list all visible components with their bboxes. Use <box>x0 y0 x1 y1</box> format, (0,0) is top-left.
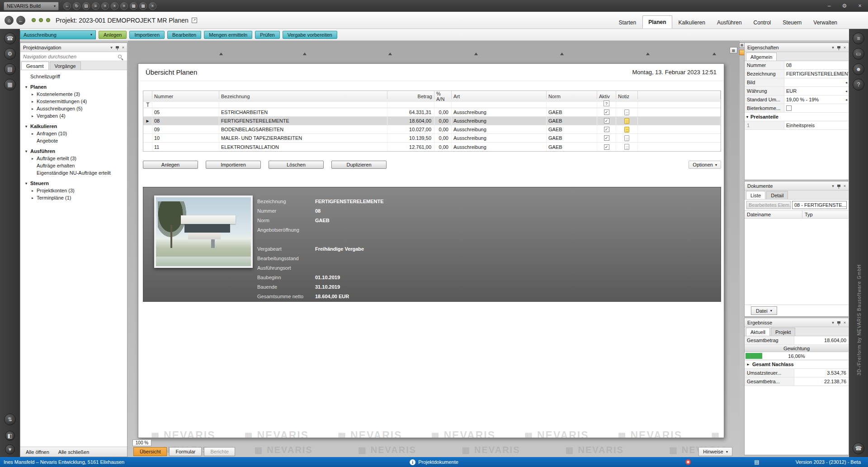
filter-bezeichnung[interactable] <box>219 99 387 108</box>
support-icon[interactable]: ☎ <box>4 33 16 44</box>
bieterkommentar-checkbox[interactable] <box>786 105 792 111</box>
tab-control[interactable]: Control <box>748 16 777 29</box>
ribbon-vergabe-vorbereiten-button[interactable]: Vergabe vorbereiten <box>283 31 337 39</box>
prop-value[interactable]: 19,00 % - 19%◂ <box>784 97 849 102</box>
filter-notiz[interactable] <box>616 99 638 108</box>
pin-icon[interactable] <box>116 46 119 48</box>
table-row[interactable]: 10 MALER- UND TAPEZIERARBEITEN 10.139,50… <box>143 134 721 143</box>
close-icon[interactable]: × <box>844 184 846 188</box>
pin-icon[interactable] <box>837 46 840 48</box>
tab-steuern[interactable]: Steuern <box>777 16 807 29</box>
menu-icon[interactable]: ≡ <box>853 33 864 44</box>
bearbeitetes-element-button[interactable]: Bearbeitetes Elem... <box>746 201 791 209</box>
apps-icon[interactable]: ▦ <box>4 79 16 91</box>
optionen-dropdown[interactable]: Optionen ▾ <box>689 161 721 169</box>
sync-icon[interactable]: ⇅ <box>4 414 16 425</box>
table-row-selected[interactable]: ▶ 08 FERTIGFENSTERELEMENTE 18.604,00 0,0… <box>143 117 721 125</box>
tab-liste[interactable]: Liste <box>746 191 765 199</box>
expand-icon[interactable]: ▸ <box>30 132 35 136</box>
tree-item-anfragen[interactable]: ▸Anfragen (10) <box>20 130 127 137</box>
panel-toggle-icon[interactable]: ◧ <box>5 431 15 441</box>
dokumente-list[interactable] <box>745 219 849 305</box>
collapse-icon[interactable]: ▾ <box>24 85 28 89</box>
filter-icon[interactable] <box>143 99 152 108</box>
collapse-icon[interactable]: ▾ <box>24 181 28 186</box>
ribbon-pruefen-button[interactable]: Prüfen <box>255 31 279 39</box>
user-icon[interactable]: ☻ <box>853 63 864 75</box>
tree-item-auftraege-erteilt[interactable]: ▸Aufträge erteilt (3) <box>20 155 127 162</box>
aktiv-checkbox[interactable]: ✓ <box>604 118 609 124</box>
tab-allgemein[interactable]: Allgemein <box>746 52 777 61</box>
tree-item-kostenermittlungen[interactable]: ▸Kostenermittlungen (4) <box>20 98 127 105</box>
tree-item-kalkulieren[interactable]: ▾Kalkulieren <box>20 123 127 130</box>
collapse-icon[interactable]: ▾ <box>5 444 15 454</box>
external-link-icon[interactable]: ↗ <box>192 18 197 23</box>
tab-kalkulieren[interactable]: Kalkulieren <box>673 16 711 29</box>
home-icon[interactable]: ⌂ <box>5 16 14 25</box>
edited-element-value[interactable]: 08 - FERTIGFENSTE... <box>792 201 847 209</box>
duplizieren-button[interactable]: Duplizieren <box>331 161 387 169</box>
note-icon[interactable] <box>624 127 629 133</box>
tree-item-schnellzugriff[interactable]: Schnellzugriff <box>20 73 127 80</box>
tree-item-kostenelemente[interactable]: ▸Kostenelemente (3) <box>20 91 127 98</box>
settings-icon[interactable]: ⚙ <box>4 48 16 60</box>
note-icon[interactable] <box>624 144 629 150</box>
news-icon[interactable]: ▤ <box>4 63 16 75</box>
aktiv-checkbox[interactable]: ✓ <box>604 144 609 150</box>
settings-icon[interactable]: ⚙ <box>840 3 849 9</box>
importieren-button[interactable]: Importieren <box>206 161 261 169</box>
tree-item-nu-auftraege[interactable]: Eigenständige NU-Aufträge erteilt <box>20 169 127 176</box>
tab-gesamt[interactable]: Gesamt <box>21 62 49 70</box>
close-icon[interactable]: × <box>122 45 124 50</box>
tree-item-planen[interactable]: ▾Planen <box>20 83 127 91</box>
tab-formular[interactable]: Formular <box>169 447 202 456</box>
table-row[interactable]: 09 BODENBELAGSARBEITEN 10.027,00 0,00 Au… <box>143 125 721 134</box>
tab-planen[interactable]: Planen <box>642 15 672 29</box>
tab-uebersicht[interactable]: Übersicht <box>133 447 167 456</box>
back-icon[interactable]: ← <box>16 16 25 25</box>
tree-item-terminplaene[interactable]: ▸Terminpläne (1) <box>20 194 127 201</box>
expand-icon[interactable]: ▸ <box>30 157 35 161</box>
note-icon[interactable] <box>624 110 629 115</box>
tree-item-ausfuehren[interactable]: ▾Ausführen <box>20 148 127 155</box>
statusbar-center[interactable]: i Projektdokumente <box>410 459 458 465</box>
module-selector-dropdown[interactable]: Ausschreibung ▾ <box>20 30 96 39</box>
expand-icon[interactable]: ▸ <box>30 92 35 96</box>
close-icon[interactable]: × <box>844 320 846 325</box>
header-typ[interactable]: Typ <box>802 211 849 218</box>
aktiv-checkbox[interactable]: ✓ <box>604 127 609 132</box>
tree-item-vergaben[interactable]: ▸Vergaben (4) <box>20 112 127 119</box>
nav-back-icon[interactable]: ← <box>63 2 71 10</box>
status-document-icon[interactable]: ▤ <box>754 459 759 465</box>
tab-detail[interactable]: Detail <box>766 191 788 199</box>
ribbon-anlegen-button[interactable]: Anlegen <box>99 31 127 39</box>
expand-icon[interactable]: ▸ <box>30 114 35 118</box>
filter-an[interactable] <box>434 99 452 108</box>
search-icon[interactable] <box>118 55 122 58</box>
tree-item-ausschreibungen[interactable]: ▸Ausschreibungen (5) <box>20 105 127 112</box>
tree-item-steuern[interactable]: ▾Steuern <box>20 180 127 187</box>
close-all-icon[interactable]: × <box>120 2 128 10</box>
dock-layout-icon[interactable]: ▦ <box>730 47 737 53</box>
note-icon[interactable] <box>624 135 629 141</box>
close-icon[interactable]: × <box>855 3 864 9</box>
expand-icon[interactable]: ▸ <box>30 100 35 104</box>
prop-value[interactable]: FERTIGFENSTERELEMENT◂ <box>784 71 849 76</box>
panel-menu-icon[interactable]: ▾ <box>110 45 113 50</box>
document-icon[interactable]: ▤ <box>82 2 90 10</box>
tab-verwalten[interactable]: Verwalten <box>808 16 843 29</box>
expand-icon[interactable]: ▸ <box>30 196 35 200</box>
tab-ausfuehren[interactable]: Ausführen <box>712 16 747 29</box>
pin-icon[interactable] <box>837 185 840 187</box>
exit-icon[interactable]: × <box>149 2 156 10</box>
prop-value[interactable]: Einheitspreis <box>784 123 849 128</box>
prop-value[interactable]: EUR◂ <box>784 88 849 94</box>
tab-vorgaenge[interactable]: Vorgänge <box>50 62 81 70</box>
expand-icon[interactable]: ▸ <box>30 107 35 111</box>
phone-icon[interactable]: ☎ <box>853 443 864 454</box>
aktiv-checkbox[interactable]: ✓ <box>604 110 609 115</box>
help-icon[interactable]: ? <box>853 79 864 91</box>
tab-aktuell[interactable]: Aktuell <box>746 328 770 336</box>
ribbon-importieren-button[interactable]: Importieren <box>129 31 165 39</box>
table-row[interactable]: 05 ESTRICHARBEITEN 64.331,31 0,00 Aussch… <box>143 108 721 117</box>
